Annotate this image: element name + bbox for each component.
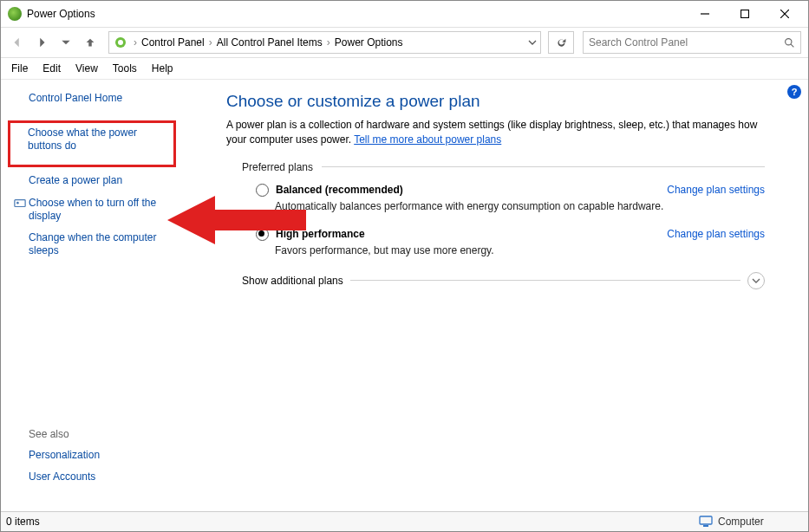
plan-high-perf-name[interactable]: High performance	[276, 228, 365, 240]
content-area: ? Control Panel Home Choose what the pow…	[1, 80, 808, 501]
sidebar: Control Panel Home Choose what the power…	[1, 80, 207, 501]
plan-high-perf-desc: Favors performance, but may use more ene…	[275, 244, 765, 256]
minimize-button[interactable]	[685, 1, 725, 27]
svg-rect-8	[15, 200, 25, 207]
close-button[interactable]	[765, 1, 805, 27]
highlighted-option: Choose what the power buttons do	[8, 120, 176, 167]
divider	[322, 166, 765, 167]
create-power-plan-link[interactable]: Create a power plan	[29, 174, 122, 187]
see-also-heading: See also	[29, 428, 100, 440]
search-placeholder: Search Control Panel	[589, 36, 784, 49]
radio-high-performance[interactable]	[256, 228, 269, 241]
refresh-button[interactable]	[548, 31, 574, 54]
divider	[350, 280, 740, 281]
search-input[interactable]: Search Control Panel	[583, 31, 801, 54]
svg-line-7	[791, 44, 793, 47]
address-dropdown-button[interactable]	[528, 38, 537, 47]
crumb-power-options[interactable]: Power Options	[332, 35, 406, 50]
plan-balanced: Balanced (recommended) Change plan setti…	[256, 184, 765, 212]
control-panel-home-link[interactable]: Control Panel Home	[29, 92, 176, 105]
menu-tools[interactable]: Tools	[113, 62, 137, 75]
back-button[interactable]	[8, 33, 27, 52]
menu-file[interactable]: File	[11, 62, 28, 75]
app-icon	[8, 7, 22, 21]
page-description: A power plan is a collection of hardware…	[226, 118, 765, 147]
expand-chevron-down-icon[interactable]	[747, 272, 765, 289]
search-icon	[784, 37, 795, 49]
choose-power-buttons-link[interactable]: Choose what the power buttons do	[28, 127, 172, 152]
display-off-icon	[13, 197, 27, 211]
plan-balanced-name[interactable]: Balanced (recommended)	[276, 184, 403, 196]
sleep-icon	[13, 231, 27, 245]
svg-rect-12	[703, 525, 708, 527]
menu-help[interactable]: Help	[152, 62, 173, 75]
plan-balanced-desc: Automatically balances performance with …	[275, 200, 765, 212]
change-plan-settings-high-perf[interactable]: Change plan settings	[667, 228, 765, 240]
breadcrumb-box[interactable]: › Control Panel › All Control Panel Item…	[108, 31, 541, 54]
choose-display-off-link[interactable]: Choose when to turn off the display	[29, 197, 176, 223]
crumb-control-panel[interactable]: Control Panel	[139, 35, 207, 50]
recent-dropdown-button[interactable]	[56, 33, 75, 52]
blank-icon	[12, 127, 26, 140]
plan-high-performance: High performance Change plan settings Fa…	[256, 228, 765, 256]
status-bar: 0 items Computer	[1, 511, 808, 531]
preferred-plans-heading: Preferred plans	[242, 161, 765, 173]
main-panel: Choose or customize a power plan A power…	[207, 80, 808, 501]
svg-point-6	[786, 38, 792, 44]
up-button[interactable]	[81, 33, 100, 52]
show-additional-plans-label: Show additional plans	[242, 275, 343, 287]
radio-balanced[interactable]	[256, 184, 269, 197]
show-additional-plans-row[interactable]: Show additional plans	[242, 272, 765, 289]
svg-rect-1	[741, 10, 749, 18]
preferred-plans-label: Preferred plans	[242, 161, 313, 173]
address-bar: › Control Panel › All Control Panel Item…	[1, 28, 808, 58]
svg-rect-11	[700, 516, 712, 524]
page-heading: Choose or customize a power plan	[226, 92, 765, 111]
computer-icon	[699, 516, 713, 528]
user-accounts-link[interactable]: User Accounts	[29, 470, 100, 483]
blank-icon	[13, 174, 27, 188]
forward-button[interactable]	[32, 33, 51, 52]
svg-point-5	[118, 40, 123, 45]
personalization-link[interactable]: Personalization	[29, 449, 100, 462]
chevron-right-icon: ›	[132, 36, 139, 49]
crumb-all-items[interactable]: All Control Panel Items	[214, 35, 325, 50]
title-bar: Power Options	[1, 1, 808, 28]
tell-me-more-link[interactable]: Tell me more about power plans	[354, 133, 501, 146]
chevron-right-icon: ›	[325, 36, 332, 49]
change-plan-settings-balanced[interactable]: Change plan settings	[667, 184, 765, 196]
menu-bar: File Edit View Tools Help	[1, 58, 808, 80]
see-also-section: See also Personalization User Accounts	[13, 428, 100, 492]
maximize-button[interactable]	[725, 1, 765, 27]
status-item-count: 0 items	[6, 516, 40, 528]
window-title: Power Options	[27, 8, 685, 20]
menu-edit[interactable]: Edit	[42, 62, 61, 75]
status-computer: Computer	[699, 516, 803, 528]
chevron-right-icon: ›	[207, 36, 214, 49]
menu-view[interactable]: View	[75, 62, 98, 75]
status-computer-label: Computer	[718, 516, 764, 528]
svg-point-9	[16, 202, 19, 204]
change-sleep-link[interactable]: Change when the computer sleeps	[29, 231, 176, 257]
power-options-icon	[113, 35, 128, 50]
